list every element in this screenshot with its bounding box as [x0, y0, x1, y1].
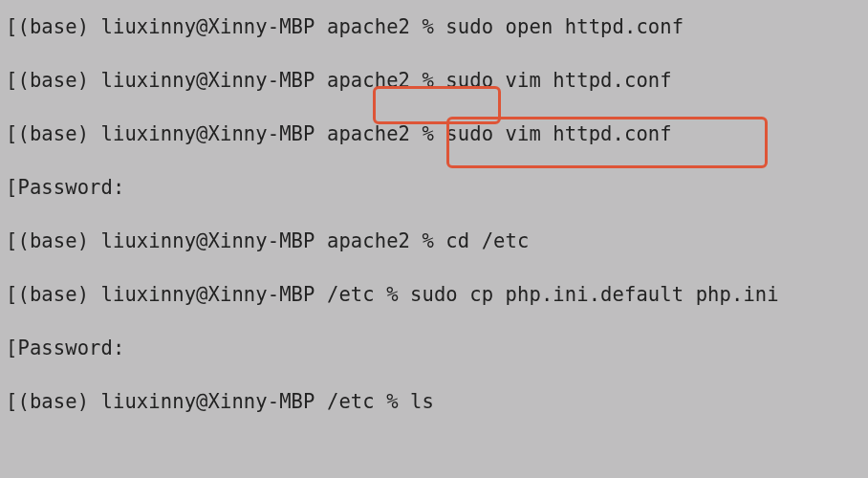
terminal-line: [(base) liuxinny@Xinny-MBP apache2 % cd … — [6, 228, 862, 254]
terminal-line: [(base) liuxinny@Xinny-MBP /etc % sudo c… — [6, 281, 862, 308]
ls-column-1: afpovertcp.cfg aliases aliases.db apache… — [6, 442, 444, 478]
ls-output: afpovertcp.cfg aliases aliases.db apache… — [6, 442, 862, 478]
ls-column-2: pam.d passwd paths paths.d periodic pf.a… — [444, 442, 862, 478]
terminal-line: [(base) liuxinny@Xinny-MBP apache2 % sud… — [6, 13, 862, 40]
terminal-line: [(base) liuxinny@Xinny-MBP apache2 % sud… — [6, 67, 862, 94]
terminal-line: [(base) liuxinny@Xinny-MBP apache2 % sud… — [6, 120, 862, 147]
terminal-output: [(base) liuxinny@Xinny-MBP apache2 % sud… — [0, 0, 868, 478]
password-prompt[interactable]: [Password: — [6, 335, 862, 361]
password-prompt[interactable]: [Password: — [6, 174, 862, 201]
terminal-line: [(base) liuxinny@Xinny-MBP /etc % ls — [6, 388, 862, 415]
